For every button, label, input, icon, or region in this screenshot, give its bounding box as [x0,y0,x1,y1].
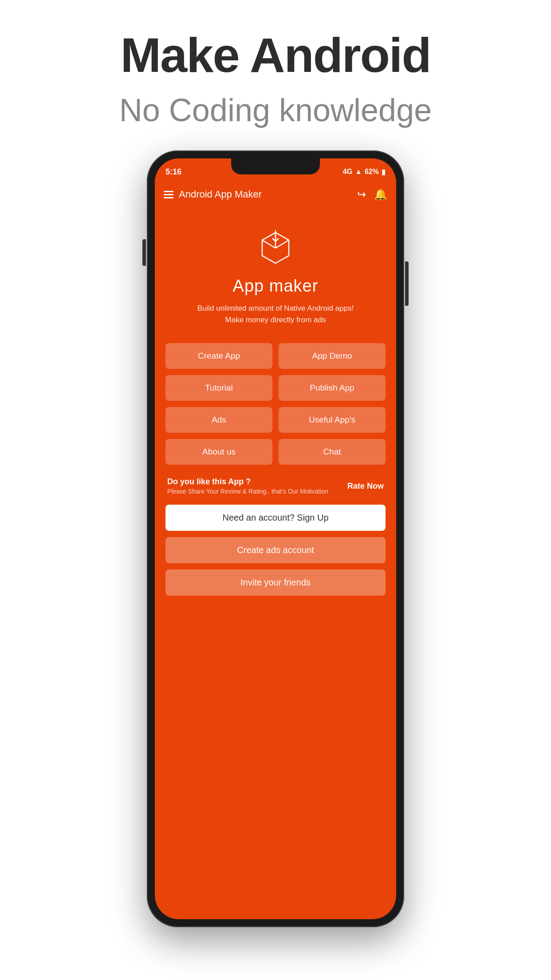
create-ads-account-button[interactable]: Create ads account [165,537,386,563]
svg-line-2 [262,240,276,248]
signal-icon: ▲ [355,168,362,176]
invite-friends-button[interactable]: Invite your friends [165,569,386,596]
chat-button[interactable]: Chat [279,439,386,465]
rate-now-button[interactable]: Rate Now [347,482,384,491]
phone-content: App maker Build unlimited amount of Nati… [155,208,396,919]
status-time: 5:16 [165,167,181,177]
about-us-button[interactable]: About us [165,439,272,465]
ads-button[interactable]: Ads [165,407,272,433]
hamburger-menu-icon[interactable] [164,191,173,198]
svg-line-1 [276,240,289,248]
phone-notch [231,158,320,174]
battery-icon: ▮ [382,168,386,176]
app-demo-button[interactable]: App Demo [279,343,386,369]
rate-sub-text: Please Share Your Review & Rating.. that… [167,488,328,495]
signup-button[interactable]: Need an account? Sign Up [165,505,386,531]
bottom-section: Need an account? Sign Up Create ads acco… [165,505,386,596]
phone-screen: 5:16 4G ▲ 62% ▮ Android App Maker ↪ 🔔 [155,158,396,919]
battery-percent: 62% [365,168,379,176]
app-top-bar: Android App Maker ↪ 🔔 [155,181,396,208]
tagline-line2: Make money directly from ads [225,316,326,324]
notification-icon[interactable]: 🔔 [374,188,387,201]
publish-app-button[interactable]: Publish App [279,375,386,401]
app-maker-logo-title: App maker [233,277,319,296]
cube-logo-icon [253,226,298,270]
page-main-title: Make Android [120,27,430,83]
create-app-button[interactable]: Create App [165,343,272,369]
tagline: Build unlimited amount of Native Android… [197,303,354,325]
feature-grid: Create App App Demo Tutorial Publish App… [165,343,386,465]
status-right: 4G ▲ 62% ▮ [343,168,386,176]
phone-mockup: 5:16 4G ▲ 62% ▮ Android App Maker ↪ 🔔 [147,150,404,927]
rate-left: Do you like this App ? Please Share Your… [167,477,328,495]
useful-apps-button[interactable]: Useful App's [279,407,386,433]
rate-question: Do you like this App ? [167,477,328,486]
status-signal: 4G [343,168,352,176]
rate-section: Do you like this App ? Please Share Your… [165,477,386,495]
top-bar-right: ↪ 🔔 [357,188,387,201]
tagline-line1: Build unlimited amount of Native Android… [197,304,354,312]
share-icon[interactable]: ↪ [357,188,366,201]
app-bar-title: Android App Maker [179,189,262,200]
tutorial-button[interactable]: Tutorial [165,375,272,401]
top-bar-left: Android App Maker [164,189,262,200]
page-subtitle: No Coding knowledge [119,92,432,128]
logo-section: App maker Build unlimited amount of Nati… [197,226,354,325]
